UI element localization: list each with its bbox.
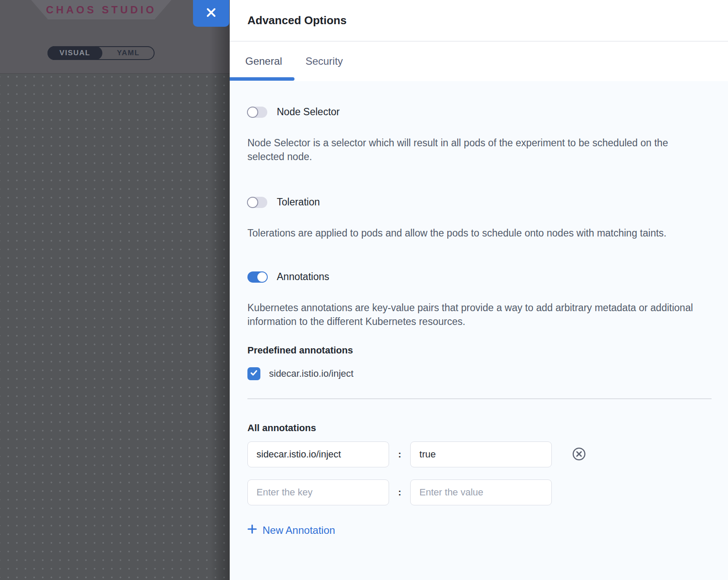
annotations-description: Kubernetes annotations are key-value pai… <box>247 301 699 328</box>
general-tab-content: Node Selector Node Selector is a selecto… <box>230 81 728 580</box>
new-annotation-label: New Annotation <box>263 524 335 536</box>
circle-x-icon <box>572 447 586 463</box>
new-annotation-value-input[interactable] <box>410 479 552 505</box>
node-selector-description: Node Selector is a selector which will r… <box>247 136 699 164</box>
drawer-title: Advanced Options <box>247 14 347 27</box>
annotation-key-input[interactable] <box>247 441 389 467</box>
node-selector-row: Node Selector <box>247 106 712 118</box>
drawer-tabs: General Security <box>230 41 728 81</box>
tab-security[interactable]: Security <box>305 55 343 67</box>
annotations-toggle[interactable] <box>247 271 267 283</box>
advanced-options-drawer: Advanced Options General Security Node S… <box>230 0 728 580</box>
studio-brand-title: CHAOS STUDIO <box>46 4 156 16</box>
sidecar-inject-checkbox-label: sidecar.istio.io/inject <box>269 368 354 379</box>
toggle-knob <box>256 271 268 283</box>
annotation-row: : <box>247 441 712 467</box>
toleration-description: Tolerations are applied to pods and allo… <box>247 226 699 240</box>
chaos-studio-background: CHAOS STUDIO VISUAL YAML <box>0 0 230 580</box>
sidecar-inject-checkbox[interactable] <box>247 367 260 380</box>
all-annotations-heading: All annotations <box>247 422 712 434</box>
toggle-knob <box>247 107 258 118</box>
visual-yaml-toggle[interactable]: VISUAL YAML <box>47 46 155 60</box>
toleration-label: Toleration <box>277 196 320 208</box>
tab-general[interactable]: General <box>245 55 282 67</box>
visual-toggle-option[interactable]: VISUAL <box>47 46 102 60</box>
experiment-canvas <box>0 74 230 580</box>
close-icon <box>206 7 217 20</box>
toleration-row: Toleration <box>247 196 712 208</box>
toggle-knob <box>247 197 258 208</box>
node-selector-label: Node Selector <box>277 106 340 118</box>
active-tab-indicator <box>230 77 294 81</box>
drawer-header: Advanced Options <box>230 0 728 41</box>
annotations-label: Annotations <box>277 271 329 283</box>
new-annotation-key-input[interactable] <box>247 479 389 505</box>
remove-annotation-button[interactable] <box>572 447 586 462</box>
predefined-annotation-item: sidecar.istio.io/inject <box>247 367 712 380</box>
section-divider <box>247 398 712 399</box>
predefined-annotations-heading: Predefined annotations <box>247 345 712 356</box>
drawer-shadow <box>210 0 230 580</box>
annotation-row-empty: : <box>247 479 712 505</box>
new-annotation-button[interactable]: New Annotation <box>247 524 335 536</box>
plus-icon <box>247 524 257 536</box>
key-value-separator: : <box>398 449 401 460</box>
checkmark-icon <box>250 369 258 379</box>
studio-brand-banner: CHAOS STUDIO <box>31 0 171 19</box>
toleration-toggle[interactable] <box>247 197 267 208</box>
key-value-separator: : <box>398 487 401 498</box>
yaml-toggle-option[interactable]: YAML <box>103 47 154 59</box>
annotation-value-input[interactable] <box>410 441 552 467</box>
annotations-row: Annotations <box>247 271 712 283</box>
close-drawer-button[interactable] <box>193 0 229 27</box>
node-selector-toggle[interactable] <box>247 107 267 118</box>
